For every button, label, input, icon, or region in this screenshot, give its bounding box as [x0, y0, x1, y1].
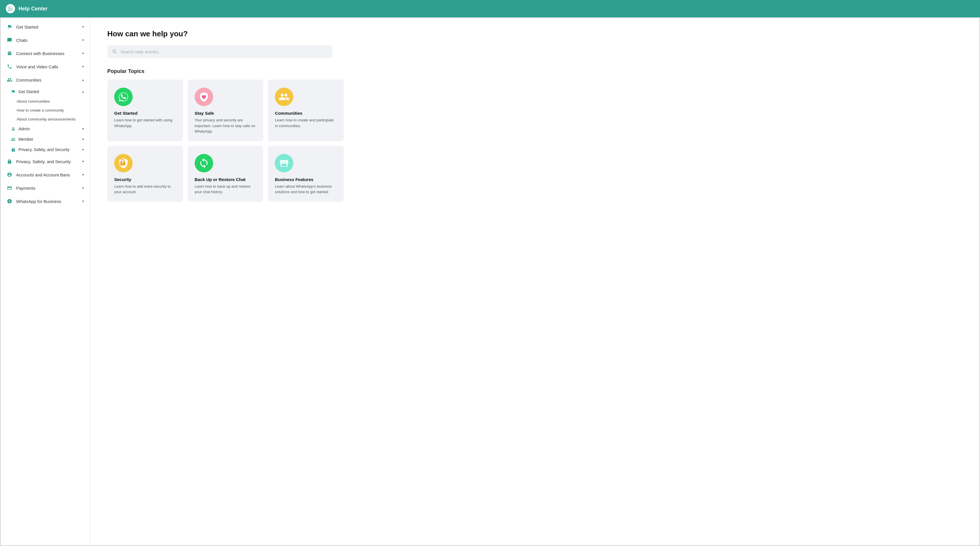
sidebar-label-accounts: Accounts and Account Bans	[16, 172, 70, 177]
sidebar-item-voice-video[interactable]: Voice and Video Calls ▾	[1, 60, 90, 73]
topic-title-communities: Communities	[275, 111, 337, 116]
lock-icon	[6, 158, 13, 165]
admin-icon	[11, 127, 16, 131]
chevron-down-icon: ▾	[82, 51, 84, 56]
main-content: How can we help you? Popular Topics Get …	[90, 18, 979, 545]
submenu-item-how-to-create[interactable]: How to create a community	[1, 106, 90, 115]
chevron-down-icon: ▾	[82, 173, 84, 177]
lock-icon-small	[11, 147, 16, 152]
page-heading: How can we help you?	[107, 29, 962, 38]
sidebar-item-communities[interactable]: Communities ▴	[1, 73, 90, 86]
get-started-card-icon	[114, 87, 133, 106]
topic-card-security[interactable]: Security Learn how to add extra security…	[107, 146, 183, 202]
sidebar-item-privacy[interactable]: Privacy, Safety, and Security ▾	[1, 155, 90, 168]
store-icon	[6, 50, 13, 57]
submenu-get-started[interactable]: Get Started ▴	[1, 86, 90, 97]
topic-card-get-started[interactable]: Get Started Learn how to get started wit…	[107, 79, 183, 141]
app-logo	[6, 4, 15, 13]
sidebar-item-payments[interactable]: Payments ▾	[1, 181, 90, 195]
topic-title-stay-safe: Stay Safe	[195, 111, 257, 116]
sidebar-label-privacy: Privacy, Safety, and Security	[16, 159, 71, 164]
topic-title-security: Security	[114, 177, 176, 182]
payment-icon	[6, 185, 13, 191]
topic-card-communities[interactable]: Communities Learn how to create and part…	[268, 79, 344, 141]
backup-card-icon	[195, 154, 213, 172]
chevron-down-icon: ▾	[82, 25, 84, 29]
submenu-admin-label: Admin	[19, 127, 30, 131]
topic-desc-backup: Learn how to back up and restore your ch…	[195, 184, 257, 195]
submenu-member[interactable]: Member ▾	[1, 134, 90, 144]
chevron-down-icon: ▾	[82, 38, 84, 42]
header: Help Center	[0, 0, 980, 17]
sidebar: Get Started ▾ Chats ▾ Connect with Busin…	[1, 18, 90, 545]
search-bar[interactable]	[107, 45, 332, 58]
topic-title-get-started: Get Started	[114, 111, 176, 116]
account-icon	[6, 171, 13, 178]
main-layout: Get Started ▾ Chats ▾ Connect with Busin…	[0, 17, 980, 546]
business-card-icon	[275, 154, 293, 172]
topic-card-backup[interactable]: Back Up or Restore Chat Learn how to bac…	[188, 146, 264, 202]
topic-desc-stay-safe: Your privacy and security are important.…	[195, 117, 257, 134]
phone-icon	[6, 63, 13, 70]
sidebar-label-payments: Payments	[16, 186, 35, 190]
submenu-privacy-sub-label: Privacy, Safety, and Security	[19, 147, 70, 152]
topic-desc-get-started: Learn how to get started with using What…	[114, 117, 176, 129]
submenu-admin[interactable]: Admin ▾	[1, 124, 90, 134]
submenu-get-started-label: Get Started	[19, 89, 39, 94]
stay-safe-card-icon	[195, 87, 213, 106]
sidebar-item-chats[interactable]: Chats ▾	[1, 33, 90, 47]
search-input[interactable]	[120, 49, 328, 54]
member-icon	[11, 137, 16, 141]
topic-desc-communities: Learn how to create and participate in c…	[275, 117, 337, 129]
header-title: Help Center	[19, 6, 48, 12]
topic-desc-security: Learn how to add extra security to your …	[114, 184, 176, 195]
chevron-down-icon: ▾	[82, 148, 84, 152]
sidebar-label-connect-businesses: Connect with Businesses	[16, 51, 65, 56]
chevron-down-icon: ▾	[82, 186, 84, 190]
sidebar-item-accounts[interactable]: Accounts and Account Bans ▾	[1, 168, 90, 181]
people-icon	[6, 77, 13, 83]
chevron-down-icon: ▾	[82, 137, 84, 141]
sidebar-label-chats: Chats	[16, 38, 27, 43]
topic-desc-business: Learn about WhatsApp's business solution…	[275, 184, 337, 195]
communities-card-icon	[275, 87, 293, 106]
chat-icon	[6, 37, 13, 43]
chevron-up-icon: ▴	[82, 90, 84, 94]
sidebar-item-whatsapp-business[interactable]: WhatsApp for Business ▾	[1, 195, 90, 208]
chevron-down-icon: ▾	[82, 199, 84, 203]
search-icon	[112, 49, 118, 54]
popular-topics-heading: Popular Topics	[107, 68, 962, 75]
topics-grid: Get Started Learn how to get started wit…	[107, 79, 344, 202]
sidebar-label-voice-video: Voice and Video Calls	[16, 64, 58, 69]
submenu-member-label: Member	[19, 137, 33, 141]
submenu-item-community-announcements[interactable]: About community announcements	[1, 115, 90, 124]
flag-icon	[6, 24, 13, 30]
topic-card-business[interactable]: Business Features Learn about WhatsApp's…	[268, 146, 344, 202]
business-icon	[6, 198, 13, 205]
submenu-item-about-communities[interactable]: About communities	[1, 97, 90, 106]
topic-title-backup: Back Up or Restore Chat	[195, 177, 257, 182]
sidebar-item-get-started[interactable]: Get Started ▾	[1, 20, 90, 33]
sidebar-label-get-started: Get Started	[16, 24, 38, 29]
sidebar-item-connect-businesses[interactable]: Connect with Businesses ▾	[1, 47, 90, 60]
sidebar-label-whatsapp-business: WhatsApp for Business	[16, 199, 61, 204]
chevron-down-icon: ▾	[82, 159, 84, 163]
topic-card-stay-safe[interactable]: Stay Safe Your privacy and security are …	[188, 79, 264, 141]
topic-title-business: Business Features	[275, 177, 337, 182]
chevron-down-icon: ▾	[82, 127, 84, 131]
submenu-privacy-sub[interactable]: Privacy, Safety, and Security ▾	[1, 144, 90, 155]
chevron-down-icon: ▾	[82, 65, 84, 68]
sidebar-label-communities: Communities	[16, 78, 41, 83]
chevron-up-icon: ▴	[82, 78, 84, 82]
security-card-icon	[114, 154, 133, 172]
communities-submenu: Get Started ▴ About communities How to c…	[1, 86, 90, 155]
flag-icon-small	[11, 89, 16, 94]
